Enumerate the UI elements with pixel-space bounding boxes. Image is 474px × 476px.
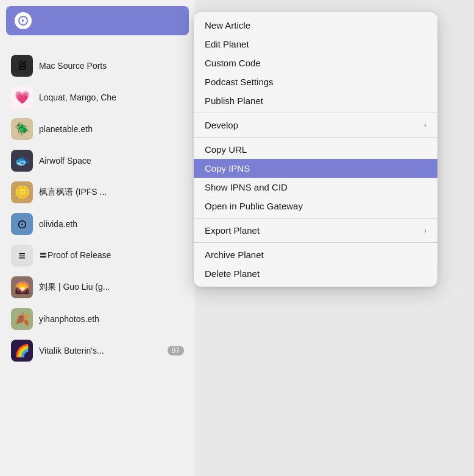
- menu-item-copy-ipns[interactable]: Copy IPNS: [194, 159, 437, 178]
- menu-item-show-ipns-cid[interactable]: Show IPNS and CID: [194, 178, 437, 197]
- planet-avatar-vitalik: 🌈: [11, 340, 33, 362]
- menu-item-open-public-gateway[interactable]: Open in Public Gateway: [194, 197, 437, 215]
- menu-item-publish-planet[interactable]: Publish Planet: [194, 91, 437, 110]
- sidebar-item-mac-source-ports[interactable]: 🖥Mac Source Ports: [0, 50, 195, 82]
- selected-planet-item[interactable]: [6, 6, 189, 35]
- planet-name-planetable-eth: planetable.eth: [39, 124, 93, 134]
- planet-avatar-feng-yan: 🪙: [11, 181, 33, 203]
- planet-avatar-mac-source-ports: 🖥: [11, 55, 33, 77]
- planet-name-loquat-mango: Loquat, Mango, Che: [39, 93, 116, 102]
- sidebar-item-vitalik[interactable]: 🌈Vitalik Buterin's...97: [0, 335, 195, 366]
- planet-avatar-loquat-mango: 💗: [11, 86, 33, 108]
- menu-item-new-article[interactable]: New Article: [194, 16, 437, 35]
- planet-avatar-olivida-eth: ⊙: [11, 213, 33, 235]
- menu-item-edit-planet[interactable]: Edit Planet: [194, 35, 437, 54]
- sidebar-item-loquat-mango[interactable]: 💗Loquat, Mango, Che: [0, 82, 195, 113]
- menu-item-label-new-article: New Article: [205, 20, 250, 30]
- menu-item-delete-planet[interactable]: Delete Planet: [194, 264, 437, 283]
- chevron-right-icon-develop: ›: [424, 121, 426, 130]
- menu-item-export-planet[interactable]: Export Planet›: [194, 221, 437, 240]
- sidebar: 🖥Mac Source Ports💗Loquat, Mango, Che🪲pla…: [0, 0, 195, 476]
- sidebar-item-proof-release[interactable]: ≡〓Proof of Release: [0, 240, 195, 271]
- sidebar-item-olivida-eth[interactable]: ⊙olivida.eth: [0, 208, 195, 240]
- menu-item-label-custom-code: Custom Code: [205, 58, 261, 68]
- planet-list: 🖥Mac Source Ports💗Loquat, Mango, Che🪲pla…: [0, 50, 195, 366]
- sidebar-item-feng-yan[interactable]: 🪙枫言枫语 (IPFS ...: [0, 177, 195, 208]
- badge-vitalik: 97: [168, 346, 184, 355]
- menu-item-label-develop: Develop: [205, 120, 238, 130]
- planet-name-mac-source-ports: Mac Source Ports: [39, 61, 107, 71]
- menu-item-label-export-planet: Export Planet: [205, 225, 260, 236]
- menu-separator-sep3: [194, 218, 437, 219]
- menu-item-label-delete-planet: Delete Planet: [205, 268, 260, 279]
- menu-item-label-open-public-gateway: Open in Public Gateway: [205, 201, 303, 211]
- planet-name-olivida-eth: olivida.eth: [39, 219, 77, 229]
- planet-avatar-yihanphotos: 🍂: [11, 308, 33, 330]
- planet-name-feng-yan: 枫言枫语 (IPFS ...: [39, 187, 107, 198]
- planet-name-airwolf-space: Airwolf Space: [39, 156, 91, 166]
- menu-item-label-archive-planet: Archive Planet: [205, 250, 264, 260]
- menu-item-label-show-ipns-cid: Show IPNS and CID: [205, 182, 288, 192]
- menu-item-copy-url[interactable]: Copy URL: [194, 140, 437, 159]
- context-menu: New ArticleEdit PlanetCustom CodePodcast…: [194, 12, 437, 287]
- planet-avatar-guo-liu: 🌄: [11, 276, 33, 298]
- menu-item-develop[interactable]: Develop›: [194, 116, 437, 135]
- menu-separator-sep4: [194, 242, 437, 243]
- menu-item-label-publish-planet: Publish Planet: [205, 96, 263, 106]
- menu-separator-sep1: [194, 113, 437, 113]
- chevron-right-icon-export-planet: ›: [424, 226, 426, 235]
- planet-avatar-proof-release: ≡: [11, 245, 33, 267]
- selected-planet-icon: [15, 12, 32, 29]
- planet-name-guo-liu: 刘果 | Guo Liu (g...: [39, 282, 110, 293]
- menu-item-podcast-settings[interactable]: Podcast Settings: [194, 72, 437, 91]
- menu-separator-sep2: [194, 137, 437, 138]
- menu-item-label-copy-url: Copy URL: [205, 144, 247, 155]
- menu-item-label-podcast-settings: Podcast Settings: [205, 77, 274, 87]
- menu-item-archive-planet[interactable]: Archive Planet: [194, 245, 437, 264]
- menu-item-label-edit-planet: Edit Planet: [205, 39, 249, 49]
- planet-name-yihanphotos: yihanphotos.eth: [39, 314, 99, 324]
- menu-item-custom-code[interactable]: Custom Code: [194, 54, 437, 72]
- planet-name-proof-release: 〓Proof of Release: [39, 250, 111, 261]
- menu-item-label-copy-ipns: Copy IPNS: [205, 163, 250, 173]
- planet-name-vitalik: Vitalik Buterin's...: [39, 346, 104, 355]
- sidebar-item-yihanphotos[interactable]: 🍂yihanphotos.eth: [0, 303, 195, 335]
- sidebar-item-guo-liu[interactable]: 🌄刘果 | Guo Liu (g...: [0, 271, 195, 303]
- sidebar-item-airwolf-space[interactable]: 🐟Airwolf Space: [0, 145, 195, 177]
- planet-avatar-airwolf-space: 🐟: [11, 150, 33, 172]
- sidebar-item-planetable-eth[interactable]: 🪲planetable.eth: [0, 113, 195, 145]
- following-planets-header: [0, 35, 195, 50]
- planet-avatar-planetable-eth: 🪲: [11, 118, 33, 140]
